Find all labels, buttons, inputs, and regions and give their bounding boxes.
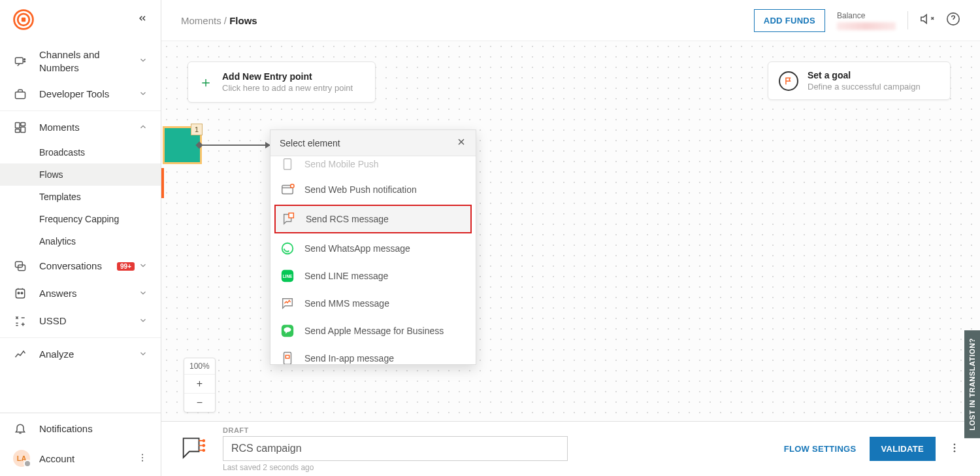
- set-goal-card[interactable]: Set a goal Define a successful campaign: [768, 61, 951, 100]
- topbar: Moments / Flows ADD FUNDS Balance: [161, 0, 980, 41]
- validate-button[interactable]: VALIDATE: [870, 437, 936, 461]
- help-icon[interactable]: [946, 12, 960, 29]
- sidebar-notifications[interactable]: Notifications: [0, 413, 161, 443]
- svg-point-22: [291, 184, 295, 188]
- toolbox-icon: [13, 87, 27, 101]
- element-web-push[interactable]: Send Web Push notification: [270, 176, 476, 203]
- svg-point-5: [24, 61, 25, 62]
- footer: DRAFT Last saved 2 seconds ago FLOW SETT…: [161, 421, 980, 476]
- zoom-in-button[interactable]: +: [184, 374, 215, 393]
- svg-rect-23: [289, 213, 293, 218]
- sidebar-item-conversations[interactable]: Conversations 99+: [0, 252, 161, 280]
- sidebar-sub-frequency[interactable]: Frequency Capping: [0, 208, 161, 230]
- close-icon[interactable]: [456, 137, 466, 149]
- sidebar-item-channels[interactable]: Channels and Numbers: [0, 42, 161, 80]
- svg-point-14: [18, 292, 20, 294]
- analyze-icon: [13, 347, 27, 362]
- sidebar-item-moments[interactable]: Moments: [0, 114, 161, 141]
- select-element-popover: Select element Send Mobile Push Send Web…: [270, 129, 476, 365]
- divider: [907, 11, 908, 29]
- balance-block: Balance: [837, 11, 896, 30]
- notifications-label: Notifications: [39, 423, 93, 434]
- add-funds-button[interactable]: ADD FUNDS: [754, 9, 825, 32]
- sidebar-item-ussd[interactable]: USSD: [0, 307, 161, 335]
- chevron-down-icon: [139, 261, 148, 272]
- element-whatsapp[interactable]: Send WhatsApp message: [270, 235, 476, 262]
- web-push-icon: [280, 182, 295, 197]
- svg-rect-11: [16, 262, 23, 267]
- svg-point-35: [954, 450, 956, 452]
- zoom-control: 100% + −: [184, 358, 216, 413]
- last-saved: Last saved 2 seconds ago: [223, 463, 771, 472]
- svg-text:LINE: LINE: [283, 274, 293, 279]
- breadcrumb: Moments / Flows: [181, 15, 257, 26]
- svg-point-15: [21, 292, 23, 294]
- mms-icon: [280, 296, 295, 311]
- apple-message-icon: [280, 323, 295, 339]
- sidebar-account[interactable]: LA Account: [0, 443, 161, 476]
- sidebar-collapse-icon[interactable]: [137, 13, 148, 26]
- breadcrumb-parent[interactable]: Moments: [181, 15, 221, 26]
- svg-point-24: [282, 243, 293, 254]
- bell-icon: [13, 421, 27, 435]
- chevron-down-icon: [139, 288, 148, 299]
- svg-rect-2: [22, 18, 25, 22]
- sidebar-item-devtools[interactable]: Developer Tools: [0, 80, 161, 108]
- nav-label: Channels and Numbers: [39, 48, 139, 74]
- svg-point-34: [954, 447, 956, 449]
- trigger-slot[interactable]: [161, 168, 164, 198]
- mobile-push-icon: [280, 156, 295, 172]
- kebab-icon[interactable]: [137, 452, 148, 465]
- add-entry-point-card[interactable]: ＋ Add New Entry point Click here to add …: [188, 61, 376, 103]
- flow-name-input[interactable]: [223, 436, 568, 461]
- breadcrumb-current: Flows: [229, 15, 257, 26]
- flag-icon: [779, 71, 798, 91]
- flow-icon: [181, 435, 210, 464]
- sidebar-sub-analytics[interactable]: Analytics: [0, 230, 161, 252]
- chevron-down-icon: [139, 56, 148, 67]
- sidebar-item-answers[interactable]: Answers: [0, 280, 161, 307]
- balance-label: Balance: [837, 11, 896, 20]
- zoom-level: 100%: [184, 358, 215, 374]
- ussd-icon: [13, 314, 27, 328]
- element-line[interactable]: LINE Send LINE message: [270, 262, 476, 290]
- sidebar-sub-broadcasts[interactable]: Broadcasts: [0, 141, 161, 163]
- popover-list[interactable]: Send Mobile Push Send Web Push notificat…: [270, 156, 476, 364]
- chevron-down-icon: [139, 349, 148, 360]
- svg-rect-6: [16, 92, 25, 99]
- translation-tab[interactable]: LOST IN TRANSLATION?: [964, 330, 980, 438]
- svg-point-18: [142, 460, 143, 461]
- element-inapp[interactable]: Send In-app message: [270, 345, 476, 364]
- element-mobile-push[interactable]: Send Mobile Push: [270, 156, 476, 176]
- sidebar-sub-templates[interactable]: Templates: [0, 186, 161, 208]
- entry-subtitle: Click here to add a new entry point: [222, 83, 353, 93]
- zoom-out-button[interactable]: −: [184, 393, 215, 412]
- svg-rect-8: [21, 123, 25, 126]
- element-rcs[interactable]: Send RCS message: [274, 205, 472, 233]
- chevron-down-icon: [139, 89, 148, 100]
- popover-title: Select element: [280, 138, 340, 148]
- answers-icon: [13, 286, 27, 301]
- main: Moments / Flows ADD FUNDS Balance ＋ Add …: [161, 0, 980, 476]
- svg-rect-3: [16, 58, 24, 63]
- sidebar-sub-flows[interactable]: Flows: [0, 163, 161, 186]
- nav-label: Conversations: [39, 260, 117, 273]
- svg-point-4: [24, 58, 25, 60]
- nav-label: Moments: [39, 121, 139, 134]
- inapp-icon: [280, 350, 295, 364]
- brand-logo[interactable]: [13, 9, 34, 30]
- flow-settings-button[interactable]: FLOW SETTINGS: [784, 444, 857, 454]
- nav-label: Developer Tools: [39, 88, 139, 101]
- element-mms[interactable]: Send MMS message: [270, 290, 476, 317]
- nav-label: USSD: [39, 314, 139, 328]
- whatsapp-icon: [280, 241, 295, 256]
- kebab-icon[interactable]: [949, 442, 960, 456]
- node-count-badge: 1: [191, 124, 203, 135]
- mute-icon[interactable]: [920, 12, 934, 29]
- flow-canvas[interactable]: ＋ Add New Entry point Click here to add …: [161, 41, 980, 421]
- avatar: LA: [13, 450, 30, 467]
- plus-icon: ＋: [199, 73, 213, 92]
- rcs-icon: [281, 211, 297, 227]
- sidebar-item-analyze[interactable]: Analyze: [0, 341, 161, 368]
- element-apple-business[interactable]: Send Apple Message for Business: [270, 317, 476, 345]
